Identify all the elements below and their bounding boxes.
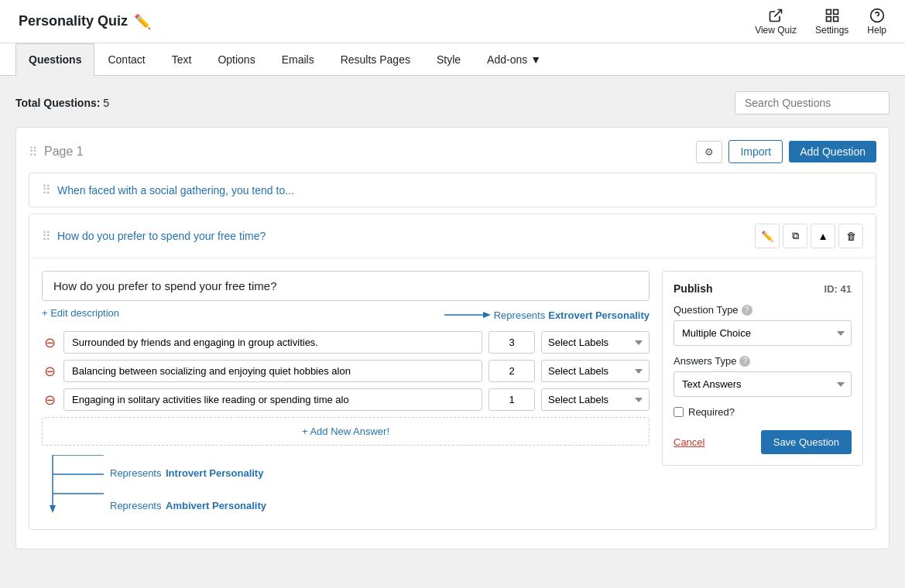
required-label: Required? bbox=[688, 406, 735, 418]
answer-3-label-select[interactable]: Select Labels bbox=[541, 388, 650, 411]
svg-text:Represents: Represents bbox=[110, 500, 162, 511]
required-row: Required? bbox=[674, 406, 852, 418]
question-2-expanded: + Edit description Represents Extrovert … bbox=[29, 258, 876, 529]
tab-emails[interactable]: Emails bbox=[269, 43, 327, 76]
page-container: ⠿ Page 1 ⚙ Import Add Question ⠿ When fa… bbox=[15, 127, 890, 549]
question-type-help-icon[interactable]: ? bbox=[742, 305, 752, 316]
page-title-row: ⠿ Page 1 bbox=[29, 145, 84, 159]
q2-delete-button[interactable]: 🗑 bbox=[838, 224, 863, 248]
answer-2-label-select[interactable]: Select Labels bbox=[541, 360, 650, 382]
answers-type-select[interactable]: Text Answers bbox=[674, 371, 852, 397]
remove-answer-3-button[interactable]: ⊖ bbox=[42, 392, 57, 408]
question-id-label: ID: 41 bbox=[824, 283, 852, 295]
q1-drag-handle[interactable]: ⠿ bbox=[42, 183, 51, 197]
external-link-icon bbox=[768, 8, 783, 23]
svg-text:Represents: Represents bbox=[110, 467, 162, 479]
answer-3-input[interactable] bbox=[63, 388, 482, 411]
answer-1-input[interactable] bbox=[63, 331, 482, 354]
help-icon bbox=[869, 8, 885, 23]
question-row-1: ⠿ When faced with a social gathering, yo… bbox=[29, 173, 876, 207]
edit-description-link[interactable]: + Edit description bbox=[42, 307, 119, 319]
page-title: Page 1 bbox=[44, 145, 84, 159]
page-settings-button[interactable]: ⚙ bbox=[696, 141, 722, 163]
tab-results-pages[interactable]: Results Pages bbox=[327, 43, 423, 76]
tab-questions[interactable]: Questions bbox=[15, 43, 94, 76]
q2-copy-button[interactable]: ⧉ bbox=[783, 224, 807, 248]
remove-answer-2-button[interactable]: ⊖ bbox=[42, 364, 57, 379]
page-header: ⠿ Page 1 ⚙ Import Add Question bbox=[29, 140, 876, 163]
publish-panel-inner: Publish ID: 41 Question Type ? Multiple … bbox=[662, 271, 863, 466]
save-question-button[interactable]: Save Question bbox=[761, 430, 852, 454]
tab-contact[interactable]: Contact bbox=[94, 43, 158, 76]
extrovert-arrow-svg bbox=[444, 307, 491, 323]
view-quiz-action[interactable]: View Quiz bbox=[755, 8, 797, 36]
panel-actions: Cancel Save Question bbox=[674, 430, 852, 454]
import-button[interactable]: Import bbox=[728, 140, 783, 163]
settings-action[interactable]: Settings bbox=[815, 8, 848, 36]
answers-type-label: Answers Type ? bbox=[674, 355, 852, 367]
svg-rect-1 bbox=[826, 9, 831, 14]
svg-marker-14 bbox=[50, 505, 56, 513]
q1-title: When faced with a social gathering, you … bbox=[57, 184, 294, 197]
q2-drag-handle[interactable]: ⠿ bbox=[42, 229, 51, 244]
pencil-icon: ✏️ bbox=[761, 231, 774, 242]
answer-row-2: ⊖ Select Labels bbox=[42, 360, 650, 382]
content-area: Total Questions: 5 ⠿ Page 1 ⚙ Import Add… bbox=[0, 76, 905, 577]
total-questions: Total Questions: 5 bbox=[15, 97, 109, 109]
required-checkbox[interactable] bbox=[674, 407, 684, 417]
copy-icon: ⧉ bbox=[792, 230, 799, 242]
svg-rect-4 bbox=[826, 16, 831, 21]
remove-answer-1-button[interactable]: ⊖ bbox=[42, 335, 57, 350]
cancel-button[interactable]: Cancel bbox=[674, 436, 704, 448]
tab-options[interactable]: Options bbox=[204, 43, 268, 76]
addons-chevron-icon: ▼ bbox=[530, 53, 541, 66]
answer-row-1: ⊖ Select Labels bbox=[42, 331, 650, 354]
personality-labels-area: Represents Introvert Personality Represe… bbox=[42, 455, 650, 517]
extrovert-personality-label: Extrovert Personality bbox=[548, 309, 650, 321]
question-1-header[interactable]: ⠿ When faced with a social gathering, yo… bbox=[29, 173, 876, 207]
gear-icon: ⚙ bbox=[704, 146, 714, 158]
svg-rect-2 bbox=[833, 9, 838, 14]
svg-rect-3 bbox=[833, 16, 838, 21]
question-text-input[interactable] bbox=[42, 271, 650, 301]
answer-3-score[interactable] bbox=[488, 388, 535, 411]
question-2-header[interactable]: ⠿ How do you prefer to spend your free t… bbox=[29, 214, 876, 258]
question-type-select[interactable]: Multiple Choice bbox=[674, 320, 852, 346]
help-action[interactable]: Help bbox=[867, 8, 886, 36]
answer-2-score[interactable] bbox=[488, 360, 535, 382]
q2-collapse-button[interactable]: ▲ bbox=[811, 224, 835, 248]
tab-text[interactable]: Text bbox=[159, 43, 205, 76]
personality-bracket-svg: Represents Introvert Personality Represe… bbox=[42, 455, 367, 517]
app-title: Personality Quiz ✏️ bbox=[19, 13, 151, 30]
top-bar-actions: View Quiz Settings Help bbox=[755, 8, 886, 36]
question-type-label: Question Type ? bbox=[674, 304, 852, 316]
top-bar: Personality Quiz ✏️ View Quiz Settings H… bbox=[0, 0, 905, 43]
answer-1-score[interactable] bbox=[488, 331, 535, 354]
trash-icon: 🗑 bbox=[846, 231, 856, 242]
q2-edit-button[interactable]: ✏️ bbox=[755, 224, 780, 248]
add-answer-button[interactable]: + Add New Answer! bbox=[42, 417, 650, 446]
answer-row-3: ⊖ Select Labels bbox=[42, 388, 650, 411]
svg-line-0 bbox=[774, 9, 781, 16]
edit-title-icon[interactable]: ✏️ bbox=[134, 13, 151, 30]
question-row-2: ⠿ How do you prefer to spend your free t… bbox=[29, 214, 876, 530]
tab-add-ons[interactable]: Add-ons ▼ bbox=[474, 43, 554, 76]
publish-panel: Publish ID: 41 Question Type ? Multiple … bbox=[662, 271, 863, 517]
add-question-button[interactable]: Add Question bbox=[789, 141, 876, 162]
page-actions: ⚙ Import Add Question bbox=[696, 140, 876, 163]
answer-1-label-select[interactable]: Select Labels bbox=[541, 331, 650, 354]
publish-title: Publish bbox=[674, 282, 713, 295]
answer-2-input[interactable] bbox=[63, 360, 482, 382]
search-input[interactable] bbox=[735, 91, 890, 115]
svg-text:Ambivert Personality: Ambivert Personality bbox=[166, 500, 267, 511]
extrovert-represents-label: Represents bbox=[494, 309, 545, 321]
answers-type-help-icon[interactable]: ? bbox=[739, 356, 750, 367]
toolbar: Total Questions: 5 bbox=[15, 91, 890, 115]
tab-style[interactable]: Style bbox=[423, 43, 474, 76]
page-drag-handle[interactable]: ⠿ bbox=[29, 145, 38, 159]
answers-list: ⊖ Select Labels ⊖ bbox=[42, 331, 650, 411]
svg-marker-8 bbox=[483, 312, 491, 318]
collapse-icon: ▲ bbox=[818, 231, 828, 242]
q2-actions: ✏️ ⧉ ▲ 🗑 bbox=[755, 224, 863, 248]
svg-text:Introvert Personality: Introvert Personality bbox=[166, 467, 264, 479]
